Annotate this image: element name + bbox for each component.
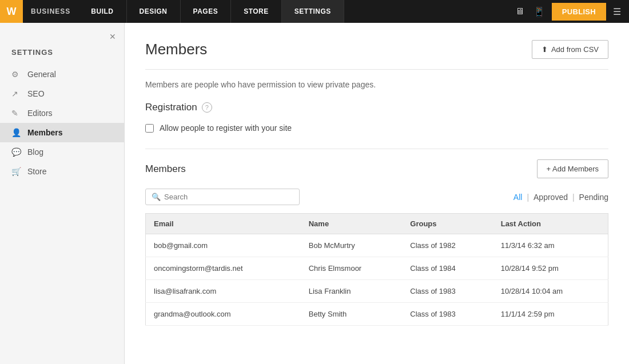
table-row[interactable]: grandma@outlook.com Betty Smith Class of… — [146, 303, 608, 326]
table-head: Email Name Groups Last Action — [146, 214, 608, 234]
main-content: Members ⬆ Add from CSV Members are peopl… — [125, 23, 629, 364]
cell-groups: Class of 1983 — [402, 303, 492, 326]
registration-label: Registration — [145, 102, 197, 113]
sidebar-item-general[interactable]: ⚙ General — [0, 65, 124, 84]
chat-icon: 💬 — [11, 147, 22, 157]
nav-store[interactable]: STORE — [231, 0, 282, 23]
sidebar-label-store: Store — [27, 167, 46, 176]
header-divider — [145, 69, 608, 70]
add-from-csv-button[interactable]: ⬆ Add from CSV — [532, 40, 608, 59]
filter-approved[interactable]: Approved — [534, 193, 568, 202]
nav-right: 🖥 📱 PUBLISH ☰ — [513, 3, 629, 21]
filter-pending[interactable]: Pending — [579, 193, 608, 202]
cell-name: Betty Smith — [301, 303, 403, 326]
layout: ✕ SETTINGS ⚙ General ↗ SEO ✎ Editors 👤 M… — [0, 23, 629, 364]
main-header: Members ⬆ Add from CSV — [145, 40, 608, 59]
add-members-button[interactable]: + Add Members — [537, 159, 608, 178]
table-body: bob@gmail.com Bob McMurtry Class of 1982… — [146, 234, 608, 326]
pencil-icon: ✎ — [11, 109, 22, 118]
sidebar-item-blog[interactable]: 💬 Blog — [0, 142, 124, 162]
col-name: Name — [301, 214, 403, 234]
sidebar-label-seo: SEO — [27, 89, 45, 98]
cell-groups: Class of 1983 — [402, 280, 492, 303]
hamburger-icon[interactable]: ☰ — [611, 4, 623, 19]
cell-last-action: 10/28/14 9:52 pm — [493, 257, 608, 280]
mobile-icon[interactable]: 📱 — [531, 4, 547, 19]
cart-icon: 🛒 — [11, 167, 22, 176]
search-box: 🔍 — [145, 189, 300, 205]
brand-name: BUSINESS — [23, 7, 78, 15]
search-filter-row: 🔍 All | Approved | Pending — [145, 189, 608, 205]
desktop-icon[interactable]: 🖥 — [513, 4, 527, 19]
registration-checkbox-row: Allow people to register with your site — [145, 123, 608, 133]
filter-all[interactable]: All — [513, 193, 523, 202]
cell-email: oncomingstorm@tardis.net — [146, 257, 301, 280]
section-divider — [145, 149, 608, 149]
page-title: Members — [145, 41, 207, 58]
seo-icon: ↗ — [11, 89, 22, 98]
filter-sep-1: | — [527, 193, 529, 202]
sidebar-item-seo[interactable]: ↗ SEO — [0, 84, 124, 103]
upload-icon: ⬆ — [542, 45, 548, 54]
sidebar-title: SETTINGS — [0, 45, 124, 65]
person-icon: 👤 — [11, 128, 22, 137]
search-icon: 🔍 — [152, 193, 161, 201]
filter-sep-2: | — [572, 193, 575, 202]
nav-settings[interactable]: SETTINGS — [282, 0, 344, 23]
members-table: Email Name Groups Last Action bob@gmail.… — [145, 213, 608, 326]
page-description: Members are people who have permission t… — [145, 80, 608, 89]
cell-last-action: 11/1/14 2:59 pm — [493, 303, 608, 326]
cell-last-action: 11/3/14 6:32 am — [493, 234, 608, 257]
col-groups: Groups — [402, 214, 492, 234]
nav-build[interactable]: BUILD — [78, 0, 126, 23]
sidebar-close-area: ✕ — [0, 29, 124, 45]
cell-name: Lisa Franklin — [301, 280, 403, 303]
table-row[interactable]: oncomingstorm@tardis.net Chris Elmsmoor … — [146, 257, 608, 280]
cell-email: lisa@lisafrank.com — [146, 280, 301, 303]
add-from-csv-label: Add from CSV — [551, 45, 599, 54]
cell-email: bob@gmail.com — [146, 234, 301, 257]
registration-heading: Registration ? — [145, 102, 608, 113]
search-input[interactable] — [164, 193, 293, 201]
cell-email: grandma@outlook.com — [146, 303, 301, 326]
sidebar-item-store[interactable]: 🛒 Store — [0, 162, 124, 181]
col-email: Email — [146, 214, 301, 234]
table-row[interactable]: bob@gmail.com Bob McMurtry Class of 1982… — [146, 234, 608, 257]
registration-checkbox[interactable] — [145, 124, 154, 133]
sidebar-item-members[interactable]: 👤 Members — [0, 123, 124, 142]
cell-name: Chris Elmsmoor — [301, 257, 403, 280]
sidebar-label-blog: Blog — [27, 147, 43, 157]
logo: W — [0, 0, 23, 23]
close-icon[interactable]: ✕ — [109, 32, 116, 41]
cell-name: Bob McMurtry — [301, 234, 403, 257]
sidebar-label-editors: Editors — [27, 109, 53, 118]
cell-groups: Class of 1984 — [402, 257, 492, 280]
nav-links: BUILD DESIGN PAGES STORE SETTINGS — [78, 0, 512, 23]
members-section-title: Members — [145, 163, 186, 175]
sidebar-label-general: General — [27, 70, 56, 79]
publish-button[interactable]: PUBLISH — [552, 3, 606, 21]
nav-design[interactable]: DESIGN — [127, 0, 181, 23]
gear-icon: ⚙ — [11, 70, 22, 79]
cell-last-action: 10/28/14 10:04 am — [493, 280, 608, 303]
help-icon[interactable]: ? — [202, 102, 212, 113]
registration-checkbox-label: Allow people to register with your site — [160, 123, 292, 133]
table-row[interactable]: lisa@lisafrank.com Lisa Franklin Class o… — [146, 280, 608, 303]
filter-links: All | Approved | Pending — [513, 193, 608, 202]
col-last-action: Last Action — [493, 214, 608, 234]
top-nav: W BUSINESS BUILD DESIGN PAGES STORE SETT… — [0, 0, 629, 23]
nav-pages[interactable]: PAGES — [181, 0, 232, 23]
table-header-row: Email Name Groups Last Action — [146, 214, 608, 234]
members-section-header: Members + Add Members — [145, 159, 608, 178]
cell-groups: Class of 1982 — [402, 234, 492, 257]
sidebar: ✕ SETTINGS ⚙ General ↗ SEO ✎ Editors 👤 M… — [0, 23, 125, 364]
sidebar-label-members: Members — [27, 128, 62, 137]
sidebar-item-editors[interactable]: ✎ Editors — [0, 103, 124, 123]
